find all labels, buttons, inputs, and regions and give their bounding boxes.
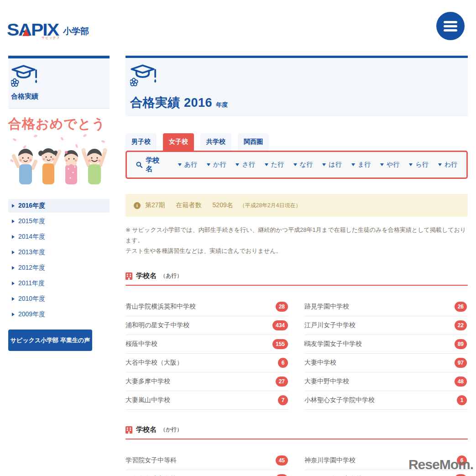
sidebar-year-item[interactable]: 2013年度 — [8, 246, 110, 259]
page-title: 合格実績 2016 — [130, 94, 212, 111]
year-label: 2015年度 — [18, 217, 45, 225]
chevron-right-icon — [12, 251, 15, 254]
year-label: 2009年度 — [18, 310, 45, 319]
kana-filter[interactable]: な行 — [293, 161, 313, 169]
sidebar-year-item[interactable]: 2011年度 — [8, 277, 110, 290]
school-name: 大妻中野中学校 — [304, 377, 349, 386]
school-name: 大妻嵐山中学校 — [126, 396, 170, 404]
chevron-down-icon — [380, 163, 384, 166]
kana-filter[interactable]: わ行 — [438, 161, 457, 169]
tab[interactable]: 男子校 — [126, 133, 157, 151]
hamburger-menu-button[interactable] — [436, 12, 465, 40]
pass-count-badge: 89 — [455, 339, 467, 349]
page-title-suffix: 年度 — [216, 101, 228, 109]
chevron-right-icon — [12, 204, 15, 208]
pass-count-badge: 1 — [457, 395, 467, 405]
pass-count-badge: 434 — [272, 320, 288, 330]
kana-filter[interactable]: ら行 — [409, 161, 428, 169]
school-name: 江戸川女子中学校 — [304, 321, 356, 330]
kana-filter[interactable]: か行 — [207, 161, 226, 169]
school-section: 学校名 （あ行） 青山学院横浜英和中学校 28 浦和明の星女子中学校 434 桜… — [126, 272, 468, 410]
chevron-down-icon — [322, 163, 326, 166]
year-label: 2012年度 — [18, 264, 45, 272]
section-title: 学校名 — [136, 272, 157, 280]
sidebar-year-item[interactable]: 2012年度 — [8, 261, 110, 275]
school-row: 鴎友学園女子中学校 89 — [304, 335, 468, 354]
tab[interactable]: 女子校 — [163, 133, 194, 151]
sidebar-section-title: 合格実績 — [11, 92, 106, 101]
chevron-right-icon — [12, 235, 15, 239]
kana-filter[interactable]: ま行 — [351, 161, 371, 169]
graduation-cap-icon — [130, 63, 157, 88]
section-header: 学校名 （あ行） — [126, 272, 468, 280]
chevron-right-icon — [12, 220, 15, 223]
enrollment-info-bar: i 第27期 在籍者数 5209名 （平成28年2月4日現在） — [126, 194, 468, 217]
pass-count-badge: 22 — [455, 320, 467, 330]
sapix-logo-triangle-icon — [22, 29, 30, 36]
sidebar-year-item[interactable]: 2015年度 — [8, 214, 110, 228]
chevron-down-icon — [265, 163, 268, 166]
school-name: 桜蔭中学校 — [126, 340, 157, 348]
chevron-right-icon — [12, 313, 15, 316]
school-row: 学習院女子中等科 45 — [126, 451, 289, 470]
school-name: 鴎友学園女子中学校 — [304, 340, 362, 348]
sidebar-year-item[interactable]: 2014年度 — [8, 230, 110, 244]
pass-count-badge: 18 — [455, 474, 467, 476]
logo-division-label: 小学部 — [63, 23, 89, 37]
school-column-left: 学習院女子中等科 45 鎌倉女学院中学校 37 吉祥女子中学校 124 共立女子… — [126, 451, 289, 476]
school-column-left: 青山学院横浜英和中学校 28 浦和明の星女子中学校 434 桜蔭中学校 155 … — [126, 298, 289, 410]
chevron-down-icon — [438, 163, 442, 166]
sapix-logo[interactable]: SAPIX サピックス 小学部 — [7, 21, 89, 39]
sapix-logo-ruby: サピックス — [42, 36, 60, 40]
school-row: 小林聖心女子学院中学校 1 — [304, 391, 468, 410]
pass-count-badge: 97 — [455, 358, 467, 368]
school-building-icon — [126, 426, 132, 434]
sakura-icon — [130, 78, 138, 86]
sidebar-year-item[interactable]: 2016年度 — [8, 199, 110, 213]
tab[interactable]: 関西圏 — [238, 133, 269, 151]
year-label: 2016年度 — [18, 202, 45, 210]
school-row: 江戸川女子中学校 22 — [304, 316, 468, 335]
pass-count-badge: 28 — [276, 302, 288, 312]
school-columns: 青山学院横浜英和中学校 28 浦和明の星女子中学校 434 桜蔭中学校 155 … — [126, 298, 468, 410]
school-name: 跡見学園中学校 — [304, 303, 349, 311]
sidebar-year-item[interactable]: 2010年度 — [8, 292, 110, 306]
chevron-down-icon — [351, 163, 355, 166]
graduate-voices-button[interactable]: サピックス小学部 卒業生の声 — [8, 330, 92, 351]
pass-count-badge: 6 — [278, 358, 288, 368]
congrats-banner-title: 合格おめでとう — [8, 115, 110, 133]
school-row: 鎌倉女学院中学校 37 — [126, 470, 289, 476]
kana-filter[interactable]: は行 — [322, 161, 341, 169]
sidebar-goukaku-link[interactable]: 合格実績 — [8, 58, 110, 109]
chevron-down-icon — [235, 163, 239, 166]
pass-count-badge: 37 — [276, 474, 288, 476]
section-kana-label: （か行） — [160, 426, 182, 434]
sidebar-year-item[interactable]: 2009年度 — [8, 308, 110, 321]
school-row: 青山学院横浜英和中学校 28 — [126, 298, 289, 316]
info-icon: i — [134, 202, 141, 209]
pass-count-badge: 26 — [455, 302, 467, 312]
kana-filter[interactable]: あ行 — [178, 161, 197, 169]
term-label: 第27期 — [145, 201, 165, 209]
enrollment-count: 5209名 — [213, 201, 233, 209]
school-row: 大妻中学校 97 — [304, 354, 468, 372]
pass-count-badge: 155 — [272, 339, 288, 349]
school-row: 大谷中学校（大阪） 6 — [126, 354, 289, 372]
chevron-right-icon — [12, 282, 15, 285]
kana-filter[interactable]: や行 — [380, 161, 399, 169]
enrollment-label: 在籍者数 — [176, 201, 202, 209]
chevron-right-icon — [12, 297, 15, 301]
school-name: 大妻多摩中学校 — [126, 377, 170, 386]
section-title: 学校名 — [136, 425, 157, 434]
school-name: 大妻中学校 — [304, 359, 336, 367]
kana-filter[interactable]: さ行 — [235, 161, 255, 169]
school-name: 大谷中学校（大阪） — [126, 359, 183, 367]
section-kana-label: （あ行） — [160, 272, 182, 280]
school-filter-bar: 学校名 あ行 か行 さ行 た行 な行 は行 ま行 や行 ら行 わ行 — [126, 151, 468, 179]
kana-filter[interactable]: た行 — [265, 161, 284, 169]
section-divider — [126, 439, 468, 439]
school-row: 大妻嵐山中学校 7 — [126, 391, 289, 410]
tab[interactable]: 共学校 — [200, 133, 231, 151]
school-name: 小林聖心女子学院中学校 — [304, 396, 375, 404]
school-name: 青山学院横浜英和中学校 — [126, 303, 196, 311]
